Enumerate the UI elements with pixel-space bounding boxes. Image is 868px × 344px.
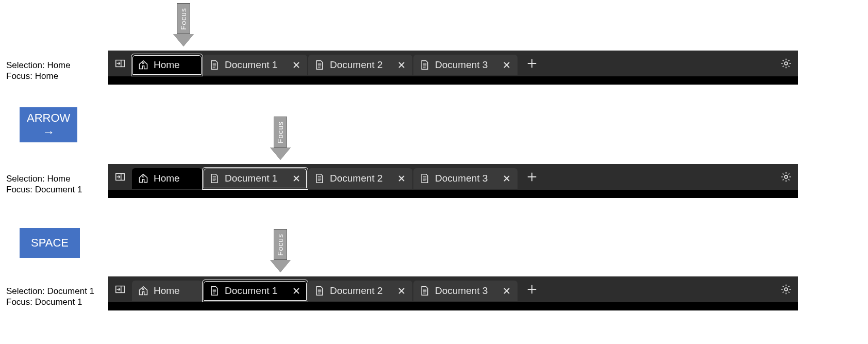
focus-indicator-label: Focus xyxy=(177,3,190,34)
tab-bar: Home Document 1 Document 2 Document 3 xyxy=(108,51,798,76)
content-strip xyxy=(108,190,798,198)
focus-indicator-label: Focus xyxy=(274,229,287,260)
home-icon xyxy=(138,173,148,184)
document-icon xyxy=(420,173,430,184)
tab-bar: Home Document 1 Document 2 Document 3 xyxy=(108,164,798,190)
tab-close-button[interactable] xyxy=(397,174,406,183)
gear-icon xyxy=(780,171,792,183)
focus-label: Focus: Document 1 xyxy=(6,184,82,195)
document-icon xyxy=(209,286,220,296)
tab-label: Document 3 xyxy=(435,59,488,71)
focus-indicator: Focus xyxy=(270,229,291,275)
tab-close-button[interactable] xyxy=(397,286,406,296)
tab-document-3[interactable]: Document 3 xyxy=(413,55,518,75)
key-label: SPACE xyxy=(31,236,69,250)
tab-home[interactable]: Home xyxy=(132,168,202,189)
tab-close-button[interactable] xyxy=(397,60,406,70)
focus-indicator-label: Focus xyxy=(274,117,287,148)
plus-icon xyxy=(526,284,538,295)
tab-close-button[interactable] xyxy=(502,174,511,183)
focus-indicator: Focus xyxy=(270,117,291,163)
tab-document-2[interactable]: Document 2 xyxy=(308,55,412,75)
close-icon xyxy=(503,287,511,295)
close-icon xyxy=(503,174,511,183)
selection-label: Selection: Home xyxy=(6,173,82,184)
plus-icon xyxy=(526,58,538,69)
document-icon xyxy=(314,173,325,184)
content-strip xyxy=(108,76,798,85)
document-icon xyxy=(420,60,430,70)
add-tab-button[interactable] xyxy=(522,279,542,300)
close-icon xyxy=(397,287,406,295)
tab-document-1[interactable]: Document 1 xyxy=(203,168,307,189)
tab-close-button[interactable] xyxy=(292,174,301,183)
tab-label: Document 3 xyxy=(435,285,488,297)
document-icon xyxy=(209,60,220,70)
tab-label: Home xyxy=(154,173,180,184)
focus-label: Focus: Home xyxy=(6,71,71,81)
tab-label: Document 3 xyxy=(435,173,488,184)
tab-label: Home xyxy=(154,285,180,297)
tab-label: Document 1 xyxy=(225,173,277,184)
panel-toggle-button[interactable] xyxy=(111,55,129,72)
tab-label: Document 1 xyxy=(225,285,277,297)
gear-icon xyxy=(780,58,792,69)
tab-label: Document 1 xyxy=(225,59,277,71)
state-label: Selection: Home Focus: Home xyxy=(6,60,71,82)
arrow-right-icon: → xyxy=(42,126,55,138)
tab-home[interactable]: Home xyxy=(132,55,202,75)
close-icon xyxy=(397,174,406,183)
tab-close-button[interactable] xyxy=(502,286,511,296)
tab-close-button[interactable] xyxy=(502,60,511,70)
content-strip xyxy=(108,302,798,310)
tab-close-button[interactable] xyxy=(292,60,301,70)
panel-toggle-button[interactable] xyxy=(111,281,129,298)
key-space: SPACE xyxy=(20,228,80,258)
settings-button[interactable] xyxy=(777,168,795,186)
tab-home[interactable]: Home xyxy=(132,281,202,301)
key-label: ARROW xyxy=(27,111,70,125)
tab-label: Document 2 xyxy=(330,59,382,71)
focus-label: Focus: Document 1 xyxy=(6,297,94,307)
document-icon xyxy=(420,286,430,296)
tab-document-2[interactable]: Document 2 xyxy=(308,281,412,301)
plus-icon xyxy=(526,171,538,183)
panel-toggle-button[interactable] xyxy=(111,168,129,186)
tab-document-2[interactable]: Document 2 xyxy=(308,168,412,189)
selection-label: Selection: Home xyxy=(6,60,71,71)
tab-label: Home xyxy=(154,59,180,71)
tab-document-1[interactable]: Document 1 xyxy=(203,281,307,301)
tab-document-3[interactable]: Document 3 xyxy=(413,281,518,301)
add-tab-button[interactable] xyxy=(522,53,542,74)
document-icon xyxy=(209,173,220,184)
document-icon xyxy=(314,60,325,70)
add-tab-button[interactable] xyxy=(522,167,542,187)
selection-label: Selection: Document 1 xyxy=(6,286,94,297)
tab-document-1[interactable]: Document 1 xyxy=(203,55,307,75)
tab-label: Document 2 xyxy=(330,285,382,297)
settings-button[interactable] xyxy=(777,281,795,298)
close-icon xyxy=(397,61,406,69)
close-icon xyxy=(292,174,301,183)
document-icon xyxy=(314,286,325,296)
state-label: Selection: Document 1 Focus: Document 1 xyxy=(6,286,94,308)
settings-button[interactable] xyxy=(777,55,795,72)
tab-bar: Home Document 1 Document 2 Document 3 xyxy=(108,276,798,302)
tab-label: Document 2 xyxy=(330,173,382,184)
key-arrow-right: ARROW → xyxy=(20,107,77,142)
tab-document-3[interactable]: Document 3 xyxy=(413,168,518,189)
panel-toggle-icon xyxy=(114,171,126,183)
state-label: Selection: Home Focus: Document 1 xyxy=(6,173,82,195)
home-icon xyxy=(138,286,148,296)
panel-toggle-icon xyxy=(114,58,126,69)
close-icon xyxy=(292,61,301,69)
tab-close-button[interactable] xyxy=(292,286,301,296)
focus-indicator: Focus xyxy=(173,3,194,50)
close-icon xyxy=(503,61,511,69)
home-icon xyxy=(138,60,148,70)
panel-toggle-icon xyxy=(114,284,126,295)
gear-icon xyxy=(780,284,792,295)
close-icon xyxy=(292,287,301,295)
